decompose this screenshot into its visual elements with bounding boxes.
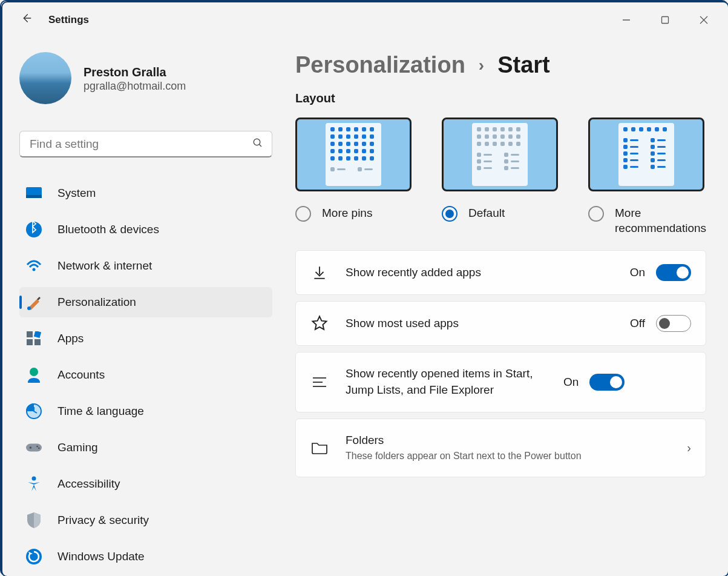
bluetooth-icon	[26, 222, 42, 237]
chevron-right-icon: ›	[479, 56, 484, 75]
toggle-recent-items[interactable]	[589, 374, 625, 391]
radio-more-recommendations[interactable]	[588, 206, 604, 222]
svg-point-21	[32, 477, 36, 481]
profile-email: pgralla@hotmail.com	[84, 80, 186, 93]
setting-folders[interactable]: Folders These folders appear on Start ne…	[295, 419, 706, 477]
minimize-button[interactable]	[607, 7, 646, 33]
toggle-most-used[interactable]	[656, 315, 691, 332]
layout-option-more-pins[interactable]: More pins	[295, 118, 412, 236]
app-title: Settings	[48, 14, 607, 26]
svg-line-5	[259, 144, 261, 147]
svg-rect-12	[34, 331, 41, 338]
layout-option-more-recommendations[interactable]: More recommendations	[588, 118, 706, 236]
profile-name: Preston Gralla	[84, 64, 186, 80]
nav-time[interactable]: Time & language	[19, 396, 272, 426]
nav-bluetooth[interactable]: Bluetooth & devices	[19, 214, 272, 245]
svg-point-8	[26, 222, 42, 237]
radio-default[interactable]	[442, 206, 457, 222]
close-button[interactable]	[684, 7, 723, 33]
list-icon	[310, 376, 329, 388]
nav-accessibility[interactable]: Accessibility	[19, 469, 272, 499]
maximize-button[interactable]	[646, 7, 684, 33]
svg-point-19	[36, 446, 38, 448]
svg-point-9	[33, 268, 36, 271]
folder-icon	[310, 440, 329, 455]
apps-icon	[26, 331, 42, 346]
chevron-right-icon: ›	[687, 441, 691, 455]
layout-preview-more-recs	[588, 118, 704, 191]
accessibility-icon	[26, 476, 42, 492]
nav-accounts[interactable]: Accounts	[19, 360, 272, 390]
svg-point-15	[30, 368, 38, 376]
breadcrumb: Personalization › Start	[295, 52, 706, 78]
setting-recent-items[interactable]: Show recently opened items in Start, Jum…	[295, 352, 706, 412]
nav-network[interactable]: Network & internet	[19, 251, 272, 281]
svg-rect-11	[27, 331, 33, 337]
svg-point-10	[27, 306, 31, 310]
gaming-icon	[26, 440, 42, 455]
search-input[interactable]	[28, 137, 252, 151]
nav-apps[interactable]: Apps	[19, 323, 272, 354]
svg-point-4	[254, 139, 260, 145]
breadcrumb-parent[interactable]: Personalization	[295, 52, 465, 78]
nav-gaming[interactable]: Gaming	[19, 432, 272, 463]
nav-personalization[interactable]: Personalization	[19, 287, 272, 317]
svg-point-18	[30, 446, 32, 449]
section-layout-title: Layout	[295, 91, 706, 105]
layout-preview-more-pins	[295, 118, 412, 191]
avatar	[19, 52, 71, 104]
network-icon	[26, 258, 42, 274]
layout-option-default[interactable]: Default	[442, 118, 558, 236]
svg-rect-14	[34, 339, 41, 345]
svg-rect-13	[27, 339, 33, 345]
privacy-icon	[26, 512, 42, 528]
toggle-recently-added[interactable]	[656, 264, 691, 281]
svg-point-20	[38, 448, 40, 449]
star-icon	[310, 315, 329, 332]
accounts-icon	[26, 367, 42, 383]
time-icon	[26, 403, 42, 419]
nav-system[interactable]: System	[19, 178, 272, 208]
svg-rect-7	[26, 195, 42, 198]
system-icon	[26, 185, 42, 201]
breadcrumb-current: Start	[497, 52, 550, 78]
nav-update[interactable]: Windows Update	[19, 541, 272, 572]
download-icon	[310, 265, 329, 280]
search-icon	[252, 137, 263, 151]
radio-more-pins[interactable]	[295, 206, 311, 222]
setting-most-used[interactable]: Show most used apps Off	[295, 301, 706, 346]
nav-privacy[interactable]: Privacy & security	[19, 505, 272, 535]
layout-preview-default	[442, 118, 558, 191]
back-button[interactable]	[19, 12, 33, 28]
setting-recently-added[interactable]: Show recently added apps On	[295, 250, 706, 295]
nav-list: System Bluetooth & devices Network & int…	[19, 178, 272, 572]
svg-rect-1	[662, 17, 669, 24]
update-icon	[26, 549, 42, 564]
personalization-icon	[26, 294, 42, 310]
search-box[interactable]	[19, 131, 272, 157]
profile-block[interactable]: Preston Gralla pgralla@hotmail.com	[19, 52, 272, 104]
